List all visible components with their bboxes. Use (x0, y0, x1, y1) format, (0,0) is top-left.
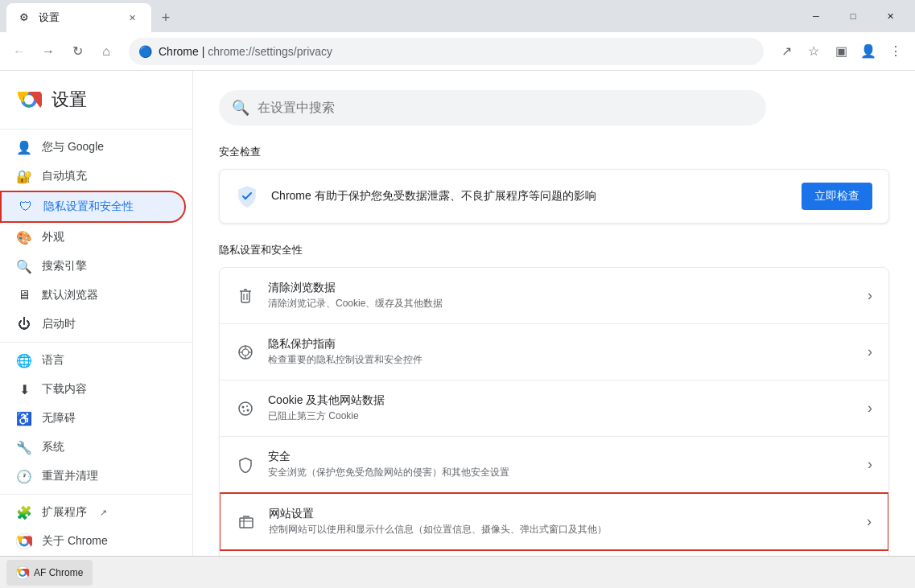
forward-button[interactable]: → (35, 39, 61, 64)
sidebar-item-privacy[interactable]: 🛡 隐私设置和安全性 (0, 191, 186, 223)
sidebar-label-privacy: 隐私设置和安全性 (43, 199, 134, 214)
bookmark-button[interactable]: ☆ (801, 39, 826, 64)
sidebar-label-appearance: 外观 (42, 230, 64, 245)
taskbar-chrome[interactable]: AF Chrome (6, 560, 93, 586)
tab-title: 设置 (39, 10, 119, 25)
svg-point-18 (243, 410, 245, 412)
split-view-button[interactable]: ▣ (828, 39, 854, 64)
sidebar-item-extensions[interactable]: 🧩 扩展程序 ↗ (0, 498, 186, 527)
back-button[interactable]: ← (6, 39, 32, 64)
security-desc: 安全浏览（保护您免受危险网站的侵害）和其他安全设置 (268, 466, 855, 479)
search-box[interactable]: 🔍 (219, 90, 766, 125)
shield-icon: 🛡 (18, 199, 34, 215)
tab-bar: ⚙ 设置 ✕ + ─ □ ✕ (0, 0, 915, 32)
sidebar-item-autofill[interactable]: 🔐 自动填充 (0, 162, 186, 191)
address-text: Chrome | chrome://settings/privacy (159, 45, 754, 58)
cookies-title: Cookie 及其他网站数据 (268, 393, 855, 408)
svg-point-5 (22, 539, 27, 545)
content-area: 🔍 安全检查 Chrome 有助于保护您免受数据泄露、不良扩展程序等问题的影响 … (193, 71, 915, 588)
window-controls: ─ □ ✕ (798, 3, 909, 29)
minimize-button[interactable]: ─ (798, 3, 835, 29)
menu-button[interactable]: ⋮ (883, 39, 909, 64)
cookies-desc: 已阻止第三方 Cookie (268, 409, 855, 423)
main-content: 设置 👤 您与 Google 🔐 自动填充 🛡 隐私设置和安全性 🎨 外观 � (0, 71, 915, 588)
reload-button[interactable]: ↻ (64, 39, 90, 64)
safety-description: Chrome 有助于保护您免受数据泄露、不良扩展程序等问题的影响 (271, 189, 789, 204)
sidebar-item-appearance[interactable]: 🎨 外观 (0, 223, 186, 252)
maximize-button[interactable]: □ (835, 3, 872, 29)
active-tab[interactable]: ⚙ 设置 ✕ (6, 3, 151, 32)
reset-icon: 🕐 (16, 468, 32, 484)
sidebar-item-accessibility[interactable]: ♿ 无障碍 (0, 404, 186, 433)
security-arrow: › (868, 456, 872, 473)
power-icon: ⏻ (16, 316, 32, 332)
privacy-item-site-settings[interactable]: 网站设置 控制网站可以使用和显示什么信息（如位置信息、摄像头、弹出式窗口及其他）… (219, 492, 889, 551)
wrench-icon: 🔧 (16, 439, 32, 455)
new-tab-button[interactable]: + (155, 6, 177, 29)
privacy-guide-desc: 检查重要的隐私控制设置和安全控件 (268, 353, 855, 367)
sidebar-item-downloads[interactable]: ⬇ 下载内容 (0, 375, 186, 404)
sidebar-label-extensions: 扩展程序 (42, 505, 87, 520)
svg-point-19 (247, 409, 249, 411)
palette-icon: 🎨 (16, 229, 32, 245)
privacy-item-guide[interactable]: 隐私保护指南 检查重要的隐私控制设置和安全控件 › (220, 324, 888, 380)
close-button[interactable]: ✕ (872, 3, 909, 29)
svg-point-15 (239, 402, 252, 415)
sidebar-title: 设置 (52, 88, 87, 112)
security-shield-icon (236, 455, 255, 475)
sidebar-label-system: 系统 (42, 440, 64, 454)
download-icon: ⬇ (16, 381, 32, 397)
privacy-section: 隐私设置和安全性 (219, 243, 889, 588)
site-settings-icon (237, 512, 256, 532)
profile-button[interactable]: 👤 (855, 39, 881, 64)
tab-close-button[interactable]: ✕ (126, 11, 138, 24)
sidebar-item-reset[interactable]: 🕐 重置并清理 (0, 462, 186, 491)
address-path: chrome://settings/privacy (208, 45, 332, 58)
accessibility-icon: ♿ (16, 410, 32, 426)
sidebar-label-search: 搜索引擎 (42, 259, 87, 273)
sidebar-item-search[interactable]: 🔍 搜索引擎 (0, 252, 186, 281)
safety-check-button[interactable]: 立即检查 (802, 183, 872, 210)
cookies-text: Cookie 及其他网站数据 已阻止第三方 Cookie (268, 393, 855, 423)
svg-point-16 (242, 405, 245, 408)
site-name: Chrome (159, 45, 199, 58)
toolbar: ← → ↻ ⌂ 🔵 Chrome | chrome://settings/pri… (0, 32, 915, 71)
external-icon: ↗ (100, 508, 107, 518)
home-button[interactable]: ⌂ (93, 39, 119, 64)
safety-section-title: 安全检查 (219, 145, 889, 159)
privacy-item-security[interactable]: 安全 安全浏览（保护您免受危险网站的侵害）和其他安全设置 › (220, 437, 888, 493)
sidebar: 设置 👤 您与 Google 🔐 自动填充 🛡 隐私设置和安全性 🎨 外观 � (0, 71, 193, 588)
privacy-guide-title: 隐私保护指南 (268, 337, 855, 352)
security-title: 安全 (268, 450, 855, 464)
globe-icon: 🌐 (16, 352, 32, 368)
privacy-item-clear-browsing[interactable]: 清除浏览数据 清除浏览记录、Cookie、缓存及其他数据 › (220, 268, 888, 324)
cookies-arrow: › (868, 400, 872, 417)
privacy-guide-arrow: › (868, 343, 872, 360)
sidebar-label-language: 语言 (42, 353, 64, 368)
sidebar-item-language[interactable]: 🌐 语言 (0, 346, 186, 375)
safety-check-card: Chrome 有助于保护您免受数据泄露、不良扩展程序等问题的影响 立即检查 (219, 169, 889, 224)
address-bar[interactable]: 🔵 Chrome | chrome://settings/privacy (129, 38, 764, 65)
safety-shield-icon (236, 185, 258, 208)
sidebar-item-default-browser[interactable]: 🖥 默认浏览器 (0, 281, 186, 310)
privacy-section-title: 隐私设置和安全性 (219, 243, 889, 257)
site-settings-title: 网站设置 (269, 507, 854, 521)
share-button[interactable]: ↗ (773, 39, 799, 64)
chrome-small-icon (16, 533, 32, 549)
sidebar-divider-3 (0, 494, 192, 495)
sidebar-item-system[interactable]: 🔧 系统 (0, 433, 186, 462)
address-icon: 🔵 (138, 45, 152, 58)
sidebar-header: 设置 (0, 77, 192, 125)
site-settings-text: 网站设置 控制网站可以使用和显示什么信息（如位置信息、摄像头、弹出式窗口及其他） (269, 507, 854, 537)
autofill-icon: 🔐 (16, 168, 32, 184)
sidebar-item-google[interactable]: 👤 您与 Google (0, 133, 186, 162)
search-icon: 🔍 (16, 258, 32, 274)
privacy-item-cookies[interactable]: Cookie 及其他网站数据 已阻止第三方 Cookie › (220, 380, 888, 437)
svg-point-2 (24, 95, 34, 105)
sidebar-item-about[interactable]: 关于 Chrome (0, 527, 186, 556)
search-input[interactable] (258, 101, 753, 115)
chrome-logo (16, 87, 42, 113)
taskbar: AF Chrome (0, 556, 915, 588)
sidebar-item-startup[interactable]: ⏻ 启动时 (0, 310, 186, 339)
site-settings-desc: 控制网站可以使用和显示什么信息（如位置信息、摄像头、弹出式窗口及其他） (269, 523, 854, 537)
